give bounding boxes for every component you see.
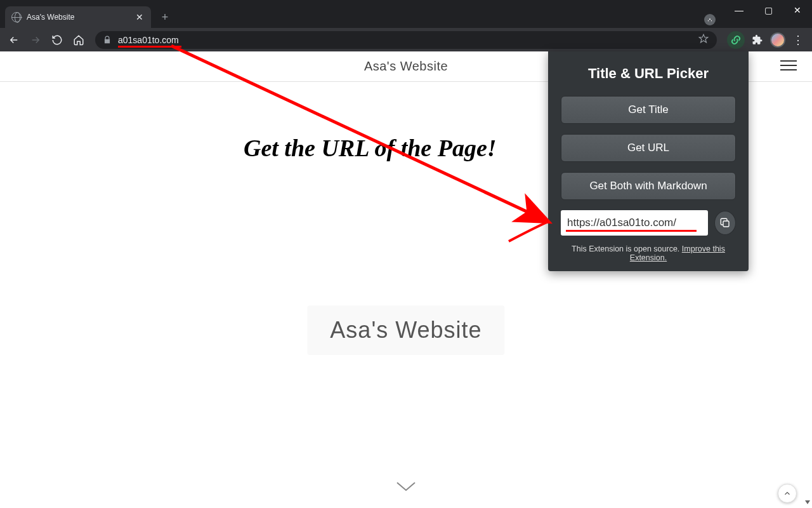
get-both-markdown-button[interactable]: Get Both with Markdown [561, 172, 736, 200]
minimize-button[interactable]: — [724, 0, 754, 20]
extension-icons: ⋮ [727, 31, 807, 49]
browser-toolbar: a01sa01to.com ⋮ [0, 28, 812, 51]
forward-button[interactable] [27, 31, 44, 49]
back-button[interactable] [5, 31, 23, 49]
hamburger-menu-icon[interactable] [780, 60, 797, 70]
url-text: a01sa01to.com [118, 35, 179, 45]
close-window-button[interactable]: ✕ [783, 0, 812, 20]
scroll-down-chevron-icon[interactable] [395, 480, 417, 495]
new-tab-button[interactable]: + [156, 8, 174, 26]
scrollbar-down-arrow-icon[interactable] [803, 499, 811, 507]
annotation-text: Get the URL of the Page! [244, 134, 497, 162]
hero-title: Asa's Website [307, 305, 504, 355]
copy-button[interactable] [714, 211, 736, 235]
lock-icon [103, 36, 112, 44]
browser-menu-button[interactable]: ⋮ [789, 33, 807, 47]
reload-button[interactable] [48, 31, 66, 49]
extension-popup: Title & URL Picker Get Title Get URL Get… [548, 51, 749, 271]
tab-title: Asa's Website [27, 13, 74, 22]
footer-text: This Extension is open source. [572, 244, 682, 253]
get-url-button[interactable]: Get URL [561, 134, 736, 162]
tab-strip: Asa's Website ✕ + [0, 5, 812, 28]
bookmark-star-icon[interactable] [698, 33, 709, 46]
window-titlebar [0, 0, 812, 5]
extensions-puzzle-icon[interactable] [749, 31, 766, 49]
extension-popup-title: Title & URL Picker [561, 65, 736, 82]
get-title-button[interactable]: Get Title [561, 96, 736, 124]
output-url-field[interactable] [561, 210, 708, 236]
annotation-underline [566, 230, 697, 232]
scroll-to-top-button[interactable] [778, 484, 797, 503]
extension-footer: This Extension is open source. Improve t… [561, 244, 736, 262]
svg-rect-0 [723, 221, 729, 227]
url-value: a01sa01to.com [118, 35, 179, 45]
annotation-underline [118, 46, 181, 48]
extension-output-row [561, 210, 736, 236]
browser-tab[interactable]: Asa's Website ✕ [5, 6, 151, 28]
globe-icon [11, 12, 22, 22]
title-url-picker-extension-icon[interactable] [727, 31, 745, 49]
home-button[interactable] [70, 31, 88, 49]
tab-close-button[interactable]: ✕ [134, 12, 145, 22]
maximize-button[interactable]: ▢ [754, 0, 783, 20]
window-controls: — ▢ ✕ [724, 0, 812, 20]
site-title: Asa's Website [364, 59, 448, 74]
profile-avatar[interactable] [770, 32, 785, 48]
incognito-badge-icon [704, 14, 716, 25]
address-bar[interactable]: a01sa01to.com [95, 31, 717, 49]
